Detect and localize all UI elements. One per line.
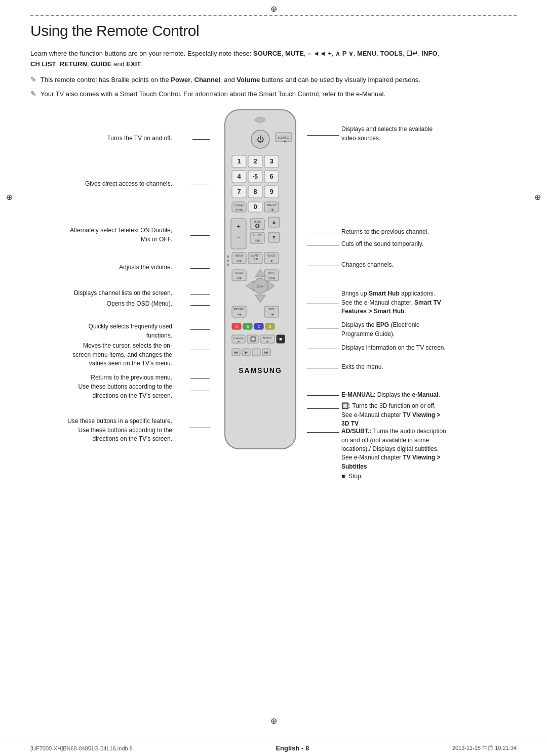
ann-return: Returns to the previous menu. bbox=[66, 373, 172, 382]
line-menu bbox=[190, 305, 210, 306]
svg-text:▲: ▲ bbox=[271, 219, 277, 225]
svg-text:▣: ▣ bbox=[270, 259, 273, 262]
svg-text:▶: ▶ bbox=[245, 350, 248, 355]
line-teletext bbox=[190, 235, 210, 236]
footer-left: [UF7000-XH]BN68-04851G-04L16.indb 8 bbox=[30, 745, 133, 751]
ann-emanual: E-MANUAL: Displays the e-Manual. bbox=[341, 391, 468, 399]
svg-text:9: 9 bbox=[269, 188, 273, 195]
note-icon-2: ✎ bbox=[30, 90, 36, 98]
svg-text:8: 8 bbox=[253, 188, 257, 195]
svg-text:D: D bbox=[268, 325, 271, 328]
svg-text:+: + bbox=[237, 222, 241, 230]
page-title: Using the Remote Control bbox=[30, 22, 517, 39]
ann-direct-access: Gives direct access to channels. bbox=[66, 180, 172, 188]
svg-text:E-MANUAL: E-MANUAL bbox=[233, 337, 244, 340]
svg-text:▤▣: ▤▣ bbox=[237, 276, 242, 279]
svg-text:SMART: SMART bbox=[251, 254, 259, 257]
svg-text:–: – bbox=[238, 235, 240, 239]
svg-text:MENU: MENU bbox=[236, 254, 243, 257]
diagram-container: Turns the TV on and off. Gives direct ac… bbox=[30, 105, 517, 469]
svg-text:0: 0 bbox=[253, 203, 257, 211]
svg-text:6: 6 bbox=[269, 173, 273, 180]
svg-text:☐↵: ☐↵ bbox=[257, 285, 263, 288]
svg-text:↔▣: ↔▣ bbox=[281, 140, 286, 143]
rline-mute bbox=[307, 245, 339, 245]
svg-text:▼: ▼ bbox=[271, 234, 277, 240]
svg-text:3: 3 bbox=[269, 157, 273, 165]
svg-text:AD/SUBT.: AD/SUBT. bbox=[263, 337, 272, 339]
rline-emanual bbox=[307, 395, 339, 396]
line-tools bbox=[190, 329, 210, 330]
ann-pre-ch: Returns to the previous channel. bbox=[341, 228, 453, 236]
svg-text:▤▣: ▤▣ bbox=[255, 239, 260, 242]
footer-english: English - 8 bbox=[276, 744, 309, 752]
ann-tools: Quickly selects frequently usedfunctions… bbox=[66, 322, 172, 340]
svg-text:PRE-CH: PRE-CH bbox=[266, 203, 277, 206]
ann-ch-change: Changes channels. bbox=[341, 261, 443, 269]
svg-text:↩▣: ↩▣ bbox=[237, 313, 242, 316]
ann-info: Displays information on the TV screen. bbox=[341, 344, 458, 352]
ann-mute: Cuts off the sound temporarily. bbox=[341, 240, 453, 248]
svg-text:MUTE: MUTE bbox=[254, 220, 261, 223]
rline-smart-hub bbox=[307, 304, 339, 304]
line-power bbox=[192, 139, 210, 140]
svg-text:RETURN: RETURN bbox=[234, 308, 245, 311]
svg-text:4: 4 bbox=[237, 173, 241, 180]
svg-text:B: B bbox=[247, 325, 249, 328]
ann-stop: ■: Stop. bbox=[341, 472, 392, 481]
rline-info bbox=[307, 349, 339, 349]
line-cursor bbox=[190, 350, 210, 350]
svg-text:⏸: ⏸ bbox=[254, 350, 258, 355]
ann-teletext: Alternately select Teletext ON Double,Mi… bbox=[66, 226, 172, 244]
rline-ch bbox=[307, 266, 339, 266]
ann-exit: Exits the menu. bbox=[341, 363, 443, 371]
ann-ch-list: Displays channel lists on the screen. bbox=[61, 289, 172, 298]
reg-mark-left: ⊕ bbox=[6, 192, 13, 202]
ann-volume: Adjusts the volume. bbox=[71, 263, 172, 272]
ann-source: Displays and selects the availablevideo … bbox=[341, 125, 453, 143]
line-color bbox=[190, 391, 210, 391]
svg-text:INFO: INFO bbox=[268, 271, 275, 274]
note-1: ✎ This remote control has Braille points… bbox=[30, 75, 446, 86]
svg-text:■: ■ bbox=[279, 337, 282, 342]
svg-text:☐▣: ☐▣ bbox=[269, 313, 274, 316]
footer-center: English - 8 bbox=[276, 744, 309, 752]
ann-osd-menu: Opens the OSD (Menu). bbox=[71, 300, 172, 308]
reg-mark-right: ⊕ bbox=[534, 192, 541, 202]
svg-text:TOOLS: TOOLS bbox=[235, 271, 244, 274]
ann-color-buttons: Use these buttons according to thedirect… bbox=[63, 383, 172, 400]
reg-mark-top: ⊕ bbox=[270, 4, 277, 14]
ann-epg: Displays the EPG (ElectronicProgramme Gu… bbox=[341, 321, 453, 339]
svg-text:🔇: 🔇 bbox=[255, 223, 260, 228]
svg-text:🔲: 🔲 bbox=[250, 336, 256, 342]
svg-text:⏮: ⏮ bbox=[234, 350, 238, 355]
svg-text:·5: ·5 bbox=[253, 173, 258, 180]
ann-adsubt: AD/SUBT.: Turns the audio descriptionon … bbox=[341, 427, 468, 471]
rline-epg bbox=[307, 328, 339, 328]
page-container: ⊕ ⊕ ⊕ ⊕ Using the Remote Control Learn w… bbox=[0, 0, 547, 756]
line-media bbox=[190, 428, 210, 428]
svg-text:SAMSUNG: SAMSUNG bbox=[239, 366, 282, 374]
svg-text:CH LIST: CH LIST bbox=[253, 234, 262, 237]
line-return bbox=[190, 379, 210, 379]
svg-text:☐▣: ☐▣ bbox=[269, 208, 274, 211]
svg-point-42 bbox=[227, 260, 229, 262]
rline-3d bbox=[307, 408, 339, 409]
svg-text:⏭: ⏭ bbox=[264, 350, 268, 355]
svg-point-41 bbox=[227, 256, 229, 258]
ann-media-buttons: Use these buttons in a specific feature.… bbox=[61, 417, 172, 443]
svg-text:C: C bbox=[257, 325, 260, 328]
svg-text:2: 2 bbox=[253, 157, 257, 165]
svg-point-43 bbox=[227, 264, 229, 266]
section-divider bbox=[30, 15, 517, 16]
rline-exit bbox=[307, 368, 339, 368]
svg-text:⏻: ⏻ bbox=[257, 135, 264, 143]
line-chlist bbox=[190, 294, 210, 295]
reg-mark-bottom: ⊕ bbox=[270, 716, 277, 726]
intro-text: Learn where the function buttons are on … bbox=[30, 49, 446, 70]
svg-text:⟳▤▣: ⟳▤▣ bbox=[268, 276, 275, 279]
svg-text:GUIDE: GUIDE bbox=[267, 254, 276, 257]
svg-text:1: 1 bbox=[237, 157, 241, 165]
note-2: ✎ Your TV also comes with a Smart Touch … bbox=[30, 89, 446, 100]
note-icon-1: ✎ bbox=[30, 75, 36, 83]
